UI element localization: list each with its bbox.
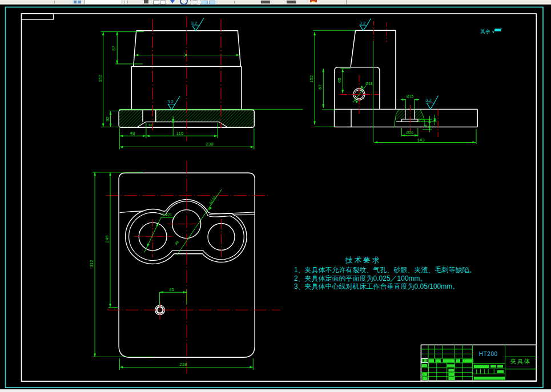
- svg-text:其余: 其余: [481, 29, 491, 34]
- svg-text:3.2: 3.2: [167, 99, 174, 104]
- svg-text:3-Φ21: 3-Φ21: [162, 213, 172, 217]
- svg-text:Ø15: Ø15: [407, 94, 414, 98]
- svg-text:67: 67: [317, 84, 323, 90]
- svg-text:50.02: 50.02: [209, 195, 217, 204]
- svg-text:57: 57: [111, 46, 116, 51]
- svg-text:3.2: 3.2: [359, 21, 366, 26]
- svg-text:143: 143: [417, 138, 425, 143]
- svg-text:48: 48: [130, 131, 135, 136]
- svg-text:45: 45: [169, 287, 174, 292]
- svg-text:152: 152: [309, 75, 314, 83]
- svg-text:Ø18: Ø18: [365, 82, 373, 86]
- svg-text:116: 116: [176, 131, 184, 136]
- svg-text:48: 48: [174, 240, 180, 245]
- svg-text:238: 238: [206, 142, 214, 147]
- svg-text:3、夹具体中心线对机床工作台垂直度为0.05/100mm。: 3、夹具体中心线对机床工作台垂直度为0.05/100mm。: [294, 282, 459, 290]
- svg-text:3.2: 3.2: [425, 98, 432, 103]
- svg-text:夹具体: 夹具体: [510, 358, 531, 365]
- svg-text:152: 152: [98, 74, 103, 82]
- svg-text:HT200: HT200: [479, 351, 498, 357]
- svg-text:技术要求: 技术要求: [345, 256, 381, 264]
- svg-text:238: 238: [179, 362, 187, 367]
- svg-text:3.2: 3.2: [191, 21, 198, 26]
- svg-text:312: 312: [89, 260, 94, 268]
- svg-text:62: 62: [148, 123, 152, 127]
- svg-text:1、夹具体不允许有裂纹、气孔、砂眼、夹渣、毛刺等缺陷。: 1、夹具体不允许有裂纹、气孔、砂眼、夹渣、毛刺等缺陷。: [294, 266, 476, 274]
- svg-text:Ø26: Ø26: [407, 131, 414, 135]
- svg-text:246: 246: [104, 235, 110, 243]
- svg-text:32: 32: [105, 116, 110, 122]
- svg-text:2、夹具体定面的平面度为0.025／100mm。: 2、夹具体定面的平面度为0.025／100mm。: [294, 274, 427, 282]
- svg-text:65: 65: [337, 78, 342, 83]
